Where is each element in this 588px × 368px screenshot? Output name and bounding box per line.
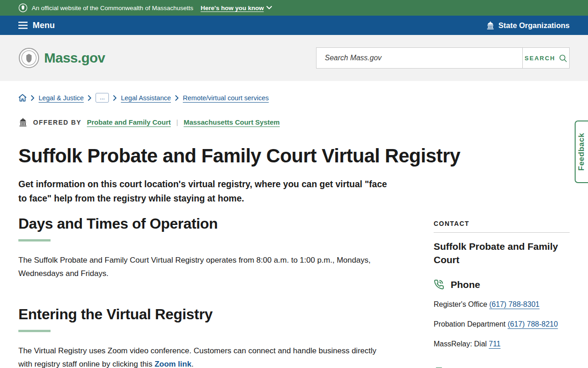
- section-heading: Entering the Virtual Registry: [18, 306, 386, 323]
- content-columns: Days and Times of Operation The Suffolk …: [18, 215, 570, 368]
- feedback-tab-label: Feedback: [577, 133, 587, 171]
- contact-label: CONTACT: [434, 220, 570, 227]
- chevron-right-icon: [88, 95, 91, 101]
- chevron-right-icon: [31, 95, 34, 101]
- chevron-right-icon: [113, 95, 117, 101]
- main-navigation-bar: Menu State Organizations: [0, 16, 588, 35]
- how-you-know-label: Here's how you know: [201, 5, 264, 12]
- breadcrumb-link-legal-justice[interactable]: Legal & Justice: [39, 94, 84, 102]
- phone-entry-label: Register's Office: [434, 300, 487, 308]
- breadcrumb: Legal & Justice ... Legal Assistance Rem…: [18, 93, 570, 103]
- massgov-seal-icon: [18, 47, 40, 69]
- search-icon: [559, 54, 567, 63]
- state-organizations-label: State Organizations: [498, 21, 570, 30]
- phone-entry-label: MassRelay: Dial: [434, 340, 487, 348]
- search-input[interactable]: [317, 48, 522, 68]
- heading-accent-rule: [18, 330, 51, 332]
- phone-entry-probation-department: Probation Department (617) 788-8210: [434, 319, 570, 330]
- section-body: The Suffolk Probate and Family Court Vir…: [18, 253, 381, 280]
- site-header: Mass.gov SEARCH: [0, 35, 588, 81]
- statehouse-icon: [486, 21, 495, 29]
- section-body-text: .: [192, 360, 194, 368]
- home-icon: [18, 94, 27, 102]
- heading-accent-rule: [18, 239, 51, 242]
- phone-icon: [434, 279, 444, 290]
- heres-how-you-know-link[interactable]: Here's how you know: [201, 5, 272, 12]
- breadcrumb-collapsed-button[interactable]: ...: [96, 93, 109, 103]
- chevron-down-icon: [266, 6, 272, 10]
- breadcrumb-home-link[interactable]: [18, 94, 27, 102]
- contact-sidebar: CONTACT Suffolk Probate and Family Court…: [434, 215, 570, 368]
- offered-by-separator: |: [176, 118, 178, 126]
- section-entering-virtual-registry: Entering the Virtual Registry The Virtua…: [18, 306, 386, 368]
- contact-org-name: Suffolk Probate and Family Court: [434, 240, 570, 267]
- breadcrumb-link-legal-assistance[interactable]: Legal Assistance: [121, 94, 171, 102]
- section-body: The Virtual Registry uses Zoom video con…: [18, 344, 381, 368]
- menu-label: Menu: [33, 20, 55, 30]
- phone-entry-label: Probation Department: [434, 320, 506, 328]
- phone-number-link[interactable]: (617) 788-8210: [508, 320, 558, 328]
- offered-by-link-probate-family-court[interactable]: Probate and Family Court: [87, 118, 171, 126]
- offered-by-label: OFFERED BY: [33, 119, 81, 126]
- official-banner: An official website of the Commonwealth …: [0, 0, 588, 16]
- zoom-link[interactable]: Zoom link: [154, 360, 191, 368]
- hamburger-icon: [18, 22, 28, 29]
- site-search: SEARCH: [316, 47, 570, 69]
- chevron-right-icon: [175, 95, 179, 101]
- official-banner-text: An official website of the Commonwealth …: [32, 5, 193, 12]
- main-column: Days and Times of Operation The Suffolk …: [18, 215, 386, 368]
- menu-button[interactable]: Menu: [18, 20, 55, 30]
- phone-heading-label: Phone: [451, 279, 480, 290]
- contact-divider: [434, 232, 570, 233]
- state-organizations-link[interactable]: State Organizations: [486, 21, 570, 30]
- search-button[interactable]: SEARCH: [522, 48, 569, 68]
- page-title: Suffolk Probate and Family Court Virtual…: [18, 145, 570, 167]
- page-content: Legal & Justice ... Legal Assistance Rem…: [0, 93, 588, 368]
- phone-number-link[interactable]: (617) 788-8301: [489, 300, 539, 308]
- massgov-logo[interactable]: Mass.gov: [18, 47, 105, 69]
- state-seal-icon: [18, 3, 28, 12]
- page-subtitle: Get information on this court location's…: [18, 177, 395, 205]
- breadcrumb-link-remote-court-services[interactable]: Remote/virtual court services: [183, 94, 269, 102]
- offered-by-link-mass-court-system[interactable]: Massachusetts Court System: [184, 118, 280, 126]
- section-body-text: The Virtual Registry uses Zoom video con…: [18, 346, 376, 368]
- search-button-label: SEARCH: [525, 55, 555, 62]
- massgov-wordmark: Mass.gov: [44, 50, 105, 66]
- phone-entry-massrelay: MassRelay: Dial 711: [434, 339, 570, 350]
- offered-by-row: OFFERED BY Probate and Family Court | Ma…: [18, 118, 570, 126]
- section-heading: Days and Times of Operation: [18, 215, 386, 232]
- phone-section-heading: Phone: [434, 279, 570, 290]
- phone-number-link[interactable]: 711: [489, 340, 501, 348]
- phone-entry-registers-office: Register's Office (617) 788-8301: [434, 299, 570, 310]
- section-days-and-times: Days and Times of Operation The Suffolk …: [18, 215, 386, 280]
- feedback-tab[interactable]: Feedback: [575, 121, 588, 183]
- government-building-icon: [18, 118, 28, 126]
